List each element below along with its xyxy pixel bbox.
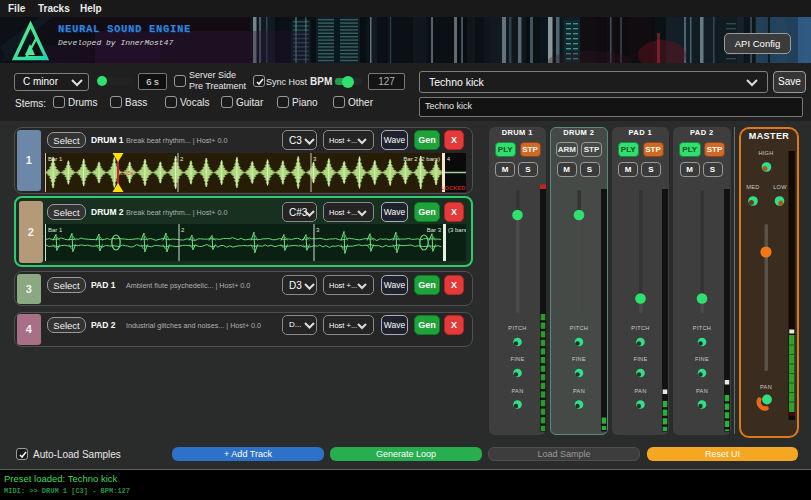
svg-text:HIGH: HIGH xyxy=(758,150,773,156)
svg-text:PAN: PAN xyxy=(760,384,772,390)
svg-text:MED: MED xyxy=(746,184,759,190)
svg-text:LOW: LOW xyxy=(773,184,787,190)
